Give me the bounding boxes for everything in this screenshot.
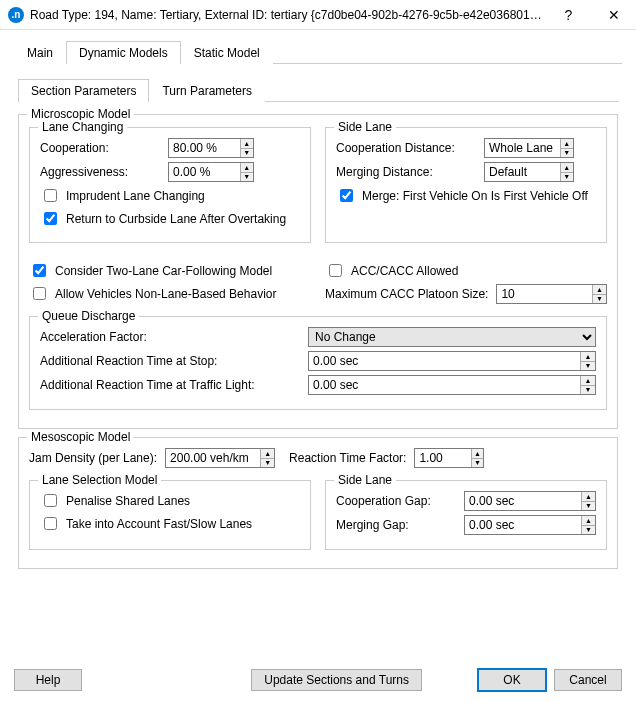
tab-main[interactable]: Main	[14, 41, 66, 64]
queue-discharge-legend: Queue Discharge	[38, 309, 139, 323]
side-lane-micro-group: Side Lane Cooperation Distance: ▲▼ Mergi…	[325, 127, 607, 243]
coop-gap-spinbox[interactable]: ▲▼	[464, 491, 596, 511]
tab-section-parameters[interactable]: Section Parameters	[18, 79, 149, 102]
sub-tabs: Section Parameters Turn Parameters	[18, 78, 618, 102]
spin-down-icon[interactable]: ▼	[472, 459, 484, 468]
spin-down-icon[interactable]: ▼	[561, 173, 573, 182]
spin-up-icon[interactable]: ▲	[582, 516, 595, 526]
coop-gap-label: Cooperation Gap:	[336, 494, 456, 508]
spin-down-icon[interactable]: ▼	[581, 362, 595, 371]
consider-twolane-checkbox[interactable]: Consider Two-Lane Car-Following Model	[29, 261, 311, 280]
spin-down-icon[interactable]: ▼	[582, 526, 595, 535]
spin-up-icon[interactable]: ▲	[581, 376, 595, 386]
ok-button[interactable]: OK	[478, 669, 546, 691]
acc-cacc-label: ACC/CACC Allowed	[351, 264, 458, 278]
lane-changing-group: Lane Changing Cooperation: ▲▼ Aggressive…	[29, 127, 311, 243]
microscopic-legend: Microscopic Model	[27, 107, 134, 121]
allow-nonlane-checkbox[interactable]: Allow Vehicles Non-Lane-Based Behavior	[29, 284, 311, 303]
fastslow-label: Take into Account Fast/Slow Lanes	[66, 517, 252, 531]
spin-up-icon[interactable]: ▲	[581, 352, 595, 362]
coop-distance-input[interactable]	[485, 139, 560, 157]
art-traffic-spinbox[interactable]: ▲▼	[308, 375, 596, 395]
merge-gap-input[interactable]	[465, 516, 581, 534]
jam-density-spinbox[interactable]: ▲▼	[165, 448, 275, 468]
merge-distance-label: Merging Distance:	[336, 165, 476, 179]
merge-gap-label: Merging Gap:	[336, 518, 456, 532]
art-traffic-input[interactable]	[309, 376, 580, 394]
spin-up-icon[interactable]: ▲	[472, 449, 484, 459]
rtf-label: Reaction Time Factor:	[289, 451, 406, 465]
merge-first-label: Merge: First Vehicle On Is First Vehicle…	[362, 189, 588, 203]
spin-down-icon[interactable]: ▼	[261, 459, 274, 468]
max-cacc-spinbox[interactable]: ▲▼	[496, 284, 607, 304]
coop-distance-label: Cooperation Distance:	[336, 141, 476, 155]
spin-up-icon[interactable]: ▲	[241, 163, 253, 173]
lane-selection-legend: Lane Selection Model	[38, 473, 161, 487]
merge-distance-select[interactable]: ▲▼	[484, 162, 574, 182]
app-icon: .n	[8, 7, 24, 23]
cooperation-input[interactable]	[169, 139, 240, 157]
cancel-button[interactable]: Cancel	[554, 669, 622, 691]
merge-gap-spinbox[interactable]: ▲▼	[464, 515, 596, 535]
imprudent-label: Imprudent Lane Changing	[66, 189, 205, 203]
spin-up-icon[interactable]: ▲	[241, 139, 253, 149]
rtf-spinbox[interactable]: ▲▼	[414, 448, 484, 468]
spin-down-icon[interactable]: ▼	[561, 149, 573, 158]
queue-discharge-group: Queue Discharge Acceleration Factor: No …	[29, 316, 607, 410]
window-title: Road Type: 194, Name: Tertiary, External…	[30, 8, 546, 22]
spin-down-icon[interactable]: ▼	[581, 386, 595, 395]
aggressiveness-spinbox[interactable]: ▲▼	[168, 162, 254, 182]
aggressiveness-input[interactable]	[169, 163, 240, 181]
penalise-checkbox[interactable]: Penalise Shared Lanes	[40, 491, 300, 510]
rtf-input[interactable]	[415, 449, 470, 467]
jam-density-input[interactable]	[166, 449, 260, 467]
art-stop-spinbox[interactable]: ▲▼	[308, 351, 596, 371]
accel-factor-label: Acceleration Factor:	[40, 330, 300, 344]
jam-density-label: Jam Density (per Lane):	[29, 451, 157, 465]
side-lane-meso-legend: Side Lane	[334, 473, 396, 487]
cooperation-spinbox[interactable]: ▲▼	[168, 138, 254, 158]
mesoscopic-model-group: Mesoscopic Model Jam Density (per Lane):…	[18, 437, 618, 569]
spin-up-icon[interactable]: ▲	[561, 139, 573, 149]
max-cacc-label: Maximum CACC Platoon Size:	[325, 287, 488, 301]
spin-up-icon[interactable]: ▲	[261, 449, 274, 459]
aggressiveness-label: Aggressiveness:	[40, 165, 160, 179]
return-curbside-label: Return to Curbside Lane After Overtaking	[66, 212, 286, 226]
merge-first-checkbox[interactable]: Merge: First Vehicle On Is First Vehicle…	[336, 186, 596, 205]
main-tabs: Main Dynamic Models Static Model	[14, 40, 622, 64]
accel-factor-select[interactable]: No Change	[308, 327, 596, 347]
spin-up-icon[interactable]: ▲	[561, 163, 573, 173]
acc-cacc-checkbox[interactable]: ACC/CACC Allowed	[325, 261, 607, 280]
side-lane-micro-legend: Side Lane	[334, 120, 396, 134]
tab-turn-parameters[interactable]: Turn Parameters	[149, 79, 265, 102]
imprudent-checkbox[interactable]: Imprudent Lane Changing	[40, 186, 300, 205]
update-sections-button[interactable]: Update Sections and Turns	[251, 669, 422, 691]
tab-dynamic-models[interactable]: Dynamic Models	[66, 41, 181, 64]
mesoscopic-legend: Mesoscopic Model	[27, 430, 134, 444]
fastslow-checkbox[interactable]: Take into Account Fast/Slow Lanes	[40, 514, 300, 533]
help-button[interactable]: Help	[14, 669, 82, 691]
tab-static-model[interactable]: Static Model	[181, 41, 273, 64]
bottom-bar: Help Update Sections and Turns OK Cancel	[14, 669, 622, 691]
penalise-label: Penalise Shared Lanes	[66, 494, 190, 508]
spin-up-icon[interactable]: ▲	[593, 285, 606, 295]
side-lane-meso-group: Side Lane Cooperation Gap: ▲▼ Merging Ga…	[325, 480, 607, 550]
lane-changing-legend: Lane Changing	[38, 120, 127, 134]
spin-up-icon[interactable]: ▲	[582, 492, 595, 502]
spin-down-icon[interactable]: ▼	[241, 149, 253, 158]
coop-distance-select[interactable]: ▲▼	[484, 138, 574, 158]
cooperation-label: Cooperation:	[40, 141, 160, 155]
return-curbside-checkbox[interactable]: Return to Curbside Lane After Overtaking	[40, 209, 300, 228]
help-titlebar-button[interactable]: ?	[546, 0, 591, 30]
spin-down-icon[interactable]: ▼	[582, 502, 595, 511]
merge-distance-input[interactable]	[485, 163, 560, 181]
spin-down-icon[interactable]: ▼	[593, 295, 606, 304]
titlebar: .n Road Type: 194, Name: Tertiary, Exter…	[0, 0, 636, 30]
coop-gap-input[interactable]	[465, 492, 581, 510]
close-icon[interactable]: ✕	[591, 0, 636, 30]
art-stop-input[interactable]	[309, 352, 580, 370]
max-cacc-input[interactable]	[497, 285, 592, 303]
lane-selection-group: Lane Selection Model Penalise Shared Lan…	[29, 480, 311, 550]
art-stop-label: Additional Reaction Time at Stop:	[40, 354, 300, 368]
spin-down-icon[interactable]: ▼	[241, 173, 253, 182]
